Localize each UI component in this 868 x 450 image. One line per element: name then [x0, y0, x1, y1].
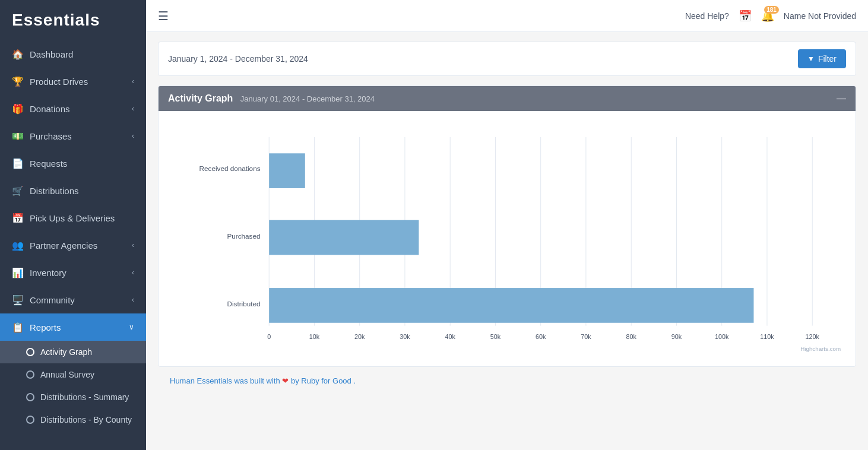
chevron-icon-purchases: ‹: [132, 132, 134, 140]
filter-button[interactable]: ▼ Filter: [798, 49, 846, 68]
svg-text:Purchased: Purchased: [227, 232, 260, 240]
svg-text:110k: 110k: [760, 333, 774, 340]
sidebar-label-requests: Requests: [30, 159, 67, 169]
sidebar: Essentials 🏠 Dashboard 🏆 Product Drives …: [0, 0, 146, 450]
product-drives-icon: 🏆: [12, 75, 24, 87]
footer: Human Essentials was built with ❤ by Rub…: [158, 367, 856, 395]
sub-dot-distributions-summary: [26, 393, 34, 401]
sidebar-item-inventory[interactable]: 📊 Inventory ‹: [0, 259, 146, 286]
svg-text:120k: 120k: [806, 333, 820, 340]
sidebar-item-community[interactable]: 🖥️ Community ‹: [0, 286, 146, 313]
sidebar-label-distributions: Distributions: [30, 186, 79, 196]
sidebar-item-requests[interactable]: 📄 Requests: [0, 150, 146, 177]
sidebar-label-product-drives: Product Drives: [30, 77, 88, 87]
app-logo: Essentials: [0, 0, 146, 40]
filter-icon: ▼: [807, 55, 815, 63]
sub-dot-activity-graph: [26, 348, 34, 356]
sidebar-label-partner-agencies: Partner Agencies: [30, 240, 97, 251]
chevron-icon-community: ‹: [132, 296, 134, 304]
svg-text:40k: 40k: [445, 333, 456, 340]
hamburger-icon[interactable]: ☰: [158, 9, 169, 23]
pickups-icon: 📅: [12, 212, 24, 224]
topbar: ☰ Need Help? 📅 🔔 181 Name Not Provided: [146, 0, 868, 32]
community-icon: 🖥️: [12, 294, 24, 306]
date-range-text: January 1, 2024 - December 31, 2024: [168, 54, 308, 64]
sidebar-item-pickups[interactable]: 📅 Pick Ups & Deliveries: [0, 204, 146, 232]
reports-icon: 📋: [12, 321, 24, 333]
svg-text:Distributed: Distributed: [227, 300, 261, 308]
bar-distributed: [269, 288, 753, 323]
minimize-icon[interactable]: —: [837, 93, 846, 104]
help-link[interactable]: Need Help?: [685, 11, 729, 21]
dashboard-icon: 🏠: [12, 48, 24, 60]
chart-header: Activity Graph January 01, 2024 - Decemb…: [159, 86, 856, 111]
chevron-icon-inventory: ‹: [132, 268, 134, 277]
chart-card: Activity Graph January 01, 2024 - Decemb…: [158, 85, 856, 367]
svg-text:0: 0: [267, 333, 271, 340]
chart-title: Activity Graph: [168, 93, 233, 103]
filter-label: Filter: [818, 54, 837, 64]
sidebar-label-dashboard: Dashboard: [30, 49, 73, 59]
sidebar-label-reports: Reports: [30, 322, 61, 332]
svg-text:10k: 10k: [309, 333, 320, 340]
bar-received-donations: [269, 153, 305, 188]
sidebar-sublabel-distributions-summary: Distributions - Summary: [40, 392, 129, 402]
content-area: January 1, 2024 - December 31, 2024 ▼ Fi…: [146, 32, 868, 450]
footer-text-before: Human Essentials was built with: [170, 376, 282, 385]
main-content: ☰ Need Help? 📅 🔔 181 Name Not Provided J…: [146, 0, 868, 450]
partner-agencies-icon: 👥: [12, 239, 24, 251]
inventory-icon: 📊: [12, 267, 24, 278]
distributions-icon: 🛒: [12, 185, 24, 197]
svg-text:60k: 60k: [536, 333, 546, 340]
sidebar-item-product-drives[interactable]: 🏆 Product Drives ‹: [0, 68, 146, 95]
sidebar-item-donations[interactable]: 🎁 Donations ‹: [0, 95, 146, 122]
sidebar-subitem-distributions-by-county[interactable]: Distributions - By County: [0, 408, 146, 431]
sidebar-item-distributions[interactable]: 🛒 Distributions: [0, 177, 146, 204]
footer-text-after: .: [353, 376, 356, 385]
sidebar-label-inventory: Inventory: [30, 268, 66, 278]
sub-dot-distributions-by-county: [26, 416, 34, 424]
heart-icon: ❤: [282, 376, 289, 385]
sidebar-nav: 🏠 Dashboard 🏆 Product Drives ‹ 🎁 Donatio…: [0, 40, 146, 450]
svg-text:20k: 20k: [354, 333, 365, 340]
chart-body: Received donations Purchased Distributed: [159, 111, 856, 366]
sidebar-sublabel-distributions-by-county: Distributions - By County: [40, 415, 132, 424]
sidebar-sublabel-annual-survey: Annual Survey: [40, 370, 94, 379]
svg-text:80k: 80k: [626, 333, 637, 340]
sidebar-subitem-activity-graph[interactable]: Activity Graph: [0, 341, 146, 363]
donations-icon: 🎁: [12, 103, 24, 115]
sidebar-subitem-annual-survey[interactable]: Annual Survey: [0, 363, 146, 386]
username-label: Name Not Provided: [784, 11, 856, 21]
sidebar-item-dashboard[interactable]: 🏠 Dashboard: [0, 40, 146, 68]
chevron-icon-product-drives: ‹: [132, 77, 134, 85]
svg-text:70k: 70k: [581, 333, 591, 340]
chevron-icon-reports: ∨: [129, 323, 134, 331]
activity-bar-chart: Received donations Purchased Distributed: [170, 123, 844, 354]
sidebar-label-community: Community: [30, 295, 75, 305]
sidebar-sublabel-activity-graph: Activity Graph: [40, 347, 92, 357]
sidebar-item-reports[interactable]: 📋 Reports ∨: [0, 313, 146, 341]
footer-text-mid: by: [291, 376, 301, 385]
sub-dot-annual-survey: [26, 370, 34, 379]
notifications-bell[interactable]: 🔔 181: [761, 9, 774, 23]
svg-text:30k: 30k: [400, 333, 410, 340]
sidebar-label-donations: Donations: [30, 104, 70, 114]
calendar-icon[interactable]: 📅: [739, 9, 752, 23]
chart-subtitle: January 01, 2024 - December 31, 2024: [240, 94, 375, 103]
svg-text:100k: 100k: [715, 333, 729, 340]
sidebar-label-pickups: Pick Ups & Deliveries: [30, 213, 115, 223]
requests-icon: 📄: [12, 157, 24, 169]
ruby-for-good-link[interactable]: Ruby for Good: [301, 376, 351, 385]
svg-text:90k: 90k: [671, 333, 682, 340]
sidebar-item-partner-agencies[interactable]: 👥 Partner Agencies ‹: [0, 232, 146, 259]
sidebar-item-purchases[interactable]: 💵 Purchases ‹: [0, 122, 146, 150]
svg-text:Received donations: Received donations: [199, 164, 261, 172]
chevron-icon-donations: ‹: [132, 104, 134, 113]
svg-text:50k: 50k: [490, 333, 501, 340]
sidebar-label-purchases: Purchases: [30, 131, 72, 141]
svg-text:Highcharts.com: Highcharts.com: [800, 346, 841, 352]
bell-badge: 181: [764, 6, 779, 14]
purchases-icon: 💵: [12, 130, 24, 142]
bar-purchased: [269, 220, 419, 255]
sidebar-subitem-distributions-summary[interactable]: Distributions - Summary: [0, 386, 146, 408]
